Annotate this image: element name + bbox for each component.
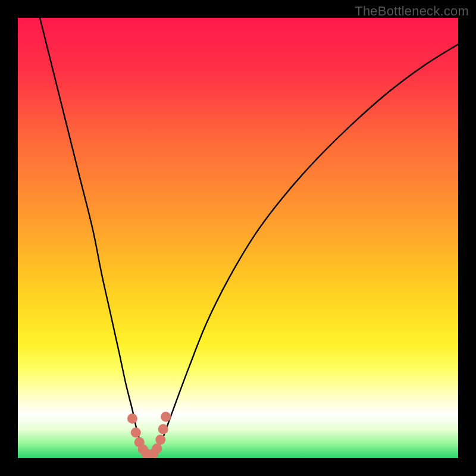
marker-dot <box>158 424 168 434</box>
curve-layer <box>18 18 458 458</box>
marker-dot <box>161 412 171 422</box>
marker-dot <box>152 443 162 453</box>
marker-dot <box>131 428 141 438</box>
outer-frame: TheBottleneck.com <box>0 0 476 476</box>
watermark-label: TheBottleneck.com <box>355 4 469 19</box>
plot-area <box>18 18 458 458</box>
bottleneck-curve <box>40 18 458 456</box>
marker-dot <box>127 414 137 424</box>
marker-dot <box>155 434 165 444</box>
